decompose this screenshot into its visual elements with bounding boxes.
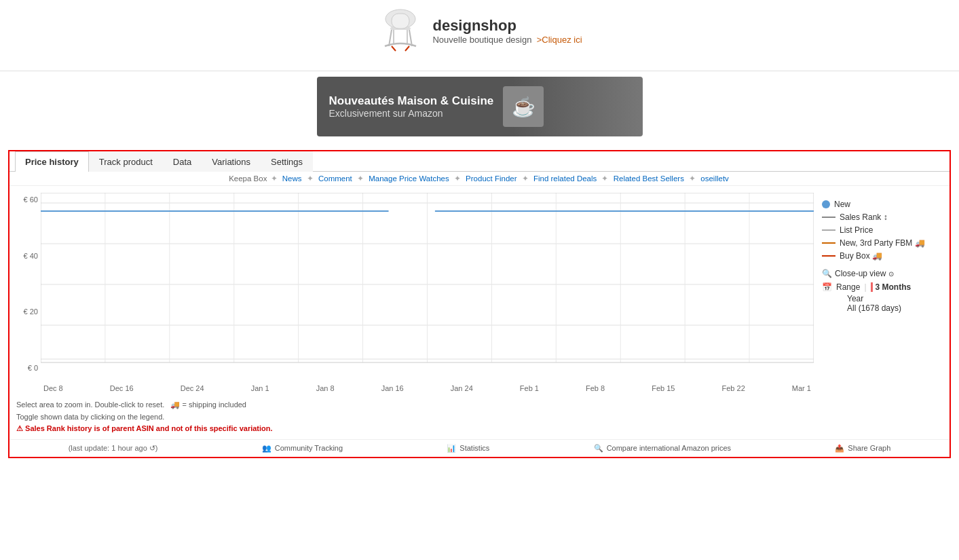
compare-label: Compare international Amazon prices — [607, 444, 731, 452]
closeup-row[interactable]: 🔍 Close-up view ⊙ — [822, 269, 941, 278]
chart-note-zoom: Select area to zoom in. Double-click to … — [16, 399, 807, 411]
x-label-feb8: Feb 8 — [586, 384, 605, 392]
range-options: Year All (1678 days) — [822, 294, 941, 313]
tab-data[interactable]: Data — [163, 151, 202, 172]
chart-note-toggle: Toggle shown data by clicking on the leg… — [16, 411, 807, 424]
chart-container: € 60 € 40 € 20 € 0 — [10, 186, 949, 439]
tab-variations[interactable]: Variations — [202, 151, 261, 172]
legend-new[interactable]: New — [822, 200, 941, 209]
range-label: Range — [836, 282, 860, 292]
toolbar-news[interactable]: News — [282, 174, 302, 183]
statistics-icon: 📊 — [447, 444, 456, 453]
shop-tagline: Nouvelle boutique design >Cliquez ici — [432, 35, 582, 45]
legend-list-price[interactable]: List Price — [822, 225, 941, 235]
y-label-40: € 40 — [10, 252, 41, 260]
shop-name: designshop — [432, 17, 582, 35]
y-axis-labels: € 60 € 40 € 20 € 0 — [10, 193, 41, 383]
last-update: (last update: 1 hour ago ↺) — [69, 444, 158, 453]
chart-main: € 60 € 40 € 20 € 0 — [10, 193, 814, 439]
statistics[interactable]: 📊 Statistics — [447, 444, 489, 453]
chart-svg-wrap[interactable]: € 60 € 40 € 20 € 0 — [10, 193, 814, 383]
legend-buybox-dash — [822, 255, 835, 257]
range-year[interactable]: Year — [842, 294, 941, 303]
tab-track-product[interactable]: Track product — [89, 151, 163, 172]
top-section: designshop Nouvelle boutique design >Cli… — [0, 0, 959, 150]
shop-info: designshop Nouvelle boutique design >Cli… — [432, 17, 582, 45]
toolbar-find-related-deals[interactable]: Find related Deals — [533, 174, 597, 183]
svg-line-8 — [405, 46, 409, 51]
share-icon: 📤 — [835, 444, 844, 453]
community-icon: 👥 — [262, 444, 271, 453]
bottom-bar: (last update: 1 hour ago ↺) 👥 Community … — [10, 439, 949, 457]
x-label-dec8: Dec 8 — [43, 384, 63, 392]
legend-buybox-label: Buy Box 🚚 — [840, 251, 882, 261]
compare-icon: 🔍 — [594, 444, 603, 453]
y-label-60: € 60 — [10, 195, 41, 204]
legend-buy-box[interactable]: Buy Box 🚚 — [822, 251, 941, 261]
tab-price-history[interactable]: Price history — [15, 151, 89, 172]
ad-text: Nouveautés Maison & Cuisine Exclusivemen… — [329, 94, 494, 119]
closeup-label: Close-up view — [835, 269, 886, 278]
legend-new-3rd-party[interactable]: New, 3rd Party FBM 🚚 — [822, 238, 941, 248]
chair-image — [377, 7, 424, 54]
toolbar-prefix: Keepa Box — [229, 174, 267, 183]
price-chart-svg[interactable] — [41, 193, 814, 376]
legend-salesrank-dash — [822, 217, 835, 218]
community-tracking[interactable]: 👥 Community Tracking — [262, 444, 343, 453]
share-label: Share Graph — [848, 444, 890, 452]
chart-notes: Select area to zoom in. Double-click to … — [10, 395, 814, 439]
shop-banner: designshop Nouvelle boutique design >Cli… — [377, 7, 582, 54]
toolbar-product-finder[interactable]: Product Finder — [466, 174, 516, 183]
calendar-icon: 📅 — [822, 282, 832, 292]
ad-headline: Nouveautés Maison & Cuisine — [329, 94, 494, 108]
search-icon: 🔍 — [822, 269, 832, 278]
ad-banner[interactable]: Nouveautés Maison & Cuisine Exclusivemen… — [317, 77, 643, 136]
legend-new-label: New — [834, 200, 850, 209]
legend-new-dot — [822, 200, 830, 208]
svg-rect-6 — [392, 14, 409, 29]
range-3months[interactable]: 3 Months — [871, 282, 911, 292]
toggle-icon: ⊙ — [888, 270, 894, 278]
legend-3rdparty-label: New, 3rd Party FBM 🚚 — [840, 238, 925, 248]
closeup-section: 🔍 Close-up view ⊙ — [822, 269, 941, 278]
shop-link[interactable]: >Cliquez ici — [537, 35, 582, 45]
x-label-dec24: Dec 24 — [181, 384, 204, 392]
toolbar-oseilletv[interactable]: oseilletv — [700, 174, 729, 183]
x-label-jan1: Jan 1 — [251, 384, 269, 392]
x-label-dec16: Dec 16 — [110, 384, 134, 392]
range-all[interactable]: All (1678 days) — [842, 303, 941, 313]
x-label-feb22: Feb 22 — [722, 384, 745, 392]
tab-settings[interactable]: Settings — [261, 151, 313, 172]
x-label-jan24: Jan 24 — [451, 384, 473, 392]
chart-note-warning: ⚠ Sales Rank history is of parent ASIN a… — [16, 423, 807, 435]
share-graph[interactable]: 📤 Share Graph — [835, 444, 890, 453]
legend-3rdparty-dash — [822, 242, 835, 244]
community-label: Community Tracking — [275, 444, 343, 452]
ad-subline: Exclusivement sur Amazon — [329, 108, 494, 119]
legend-listprice-label: List Price — [840, 225, 873, 235]
compare-prices[interactable]: 🔍 Compare international Amazon prices — [594, 444, 731, 453]
x-label-feb15: Feb 15 — [652, 384, 675, 392]
x-axis-labels: Dec 8 Dec 16 Dec 24 Jan 1 Jan 8 Jan 16 J… — [10, 383, 814, 395]
ad-appliance-icon: ☕ — [503, 86, 544, 127]
legend-sales-rank[interactable]: Sales Rank ↕ — [822, 212, 941, 222]
y-label-0: € 0 — [10, 364, 41, 372]
legend-salesrank-label: Sales Rank ↕ — [840, 212, 888, 222]
statistics-label: Statistics — [459, 444, 489, 452]
x-label-mar1: Mar 1 — [792, 384, 811, 392]
tabs-row: Price history Track product Data Variati… — [10, 151, 949, 172]
toolbar-manage-price-watches[interactable]: Manage Price Watches — [369, 174, 449, 183]
keepa-widget: Price history Track product Data Variati… — [8, 150, 951, 458]
chart-legend: New Sales Rank ↕ List Price New, 3rd Par… — [814, 193, 949, 439]
x-label-feb1: Feb 1 — [520, 384, 539, 392]
keepa-toolbar: Keepa Box ✦ News ✦ Comment ✦ Manage Pric… — [10, 172, 949, 186]
divider — [0, 71, 959, 71]
svg-line-7 — [392, 46, 396, 51]
toolbar-related-best-sellers[interactable]: Related Best Sellers — [614, 174, 684, 183]
x-label-jan16: Jan 16 — [381, 384, 404, 392]
toolbar-comment[interactable]: Comment — [318, 174, 352, 183]
range-section: 📅 Range | 3 Months — [822, 282, 941, 292]
legend-listprice-dash — [822, 229, 835, 231]
x-label-jan8: Jan 8 — [316, 384, 335, 392]
y-label-20: € 20 — [10, 307, 41, 316]
